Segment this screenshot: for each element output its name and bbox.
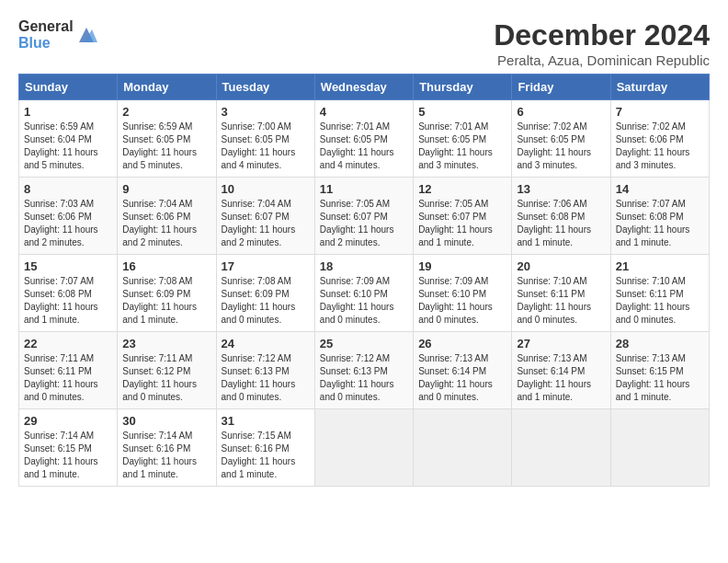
title-section: December 2024 Peralta, Azua, Dominican R… xyxy=(494,18,710,68)
day-info: Sunrise: 7:08 AMSunset: 6:09 PMDaylight:… xyxy=(122,275,210,327)
day-number: 4 xyxy=(320,105,408,119)
calendar-cell xyxy=(512,409,610,487)
calendar-table: Sunday Monday Tuesday Wednesday Thursday… xyxy=(18,74,710,487)
calendar-cell: 7Sunrise: 7:02 AMSunset: 6:06 PMDaylight… xyxy=(610,100,709,178)
day-info: Sunrise: 7:07 AMSunset: 6:08 PMDaylight:… xyxy=(616,198,704,249)
page-container: General Blue December 2024 Peralta, Azua… xyxy=(18,18,710,487)
day-number: 12 xyxy=(418,182,506,196)
day-number: 10 xyxy=(222,182,310,196)
calendar-cell: 4Sunrise: 7:01 AMSunset: 6:05 PMDaylight… xyxy=(314,100,413,178)
day-info: Sunrise: 7:13 AMSunset: 6:14 PMDaylight:… xyxy=(517,352,605,404)
day-info: Sunrise: 7:01 AMSunset: 6:05 PMDaylight:… xyxy=(418,121,506,172)
day-number: 31 xyxy=(222,414,310,428)
day-info: Sunrise: 7:06 AMSunset: 6:08 PMDaylight:… xyxy=(517,198,605,249)
calendar-cell: 23Sunrise: 7:11 AMSunset: 6:12 PMDayligh… xyxy=(118,332,216,409)
calendar-cell: 2Sunrise: 6:59 AMSunset: 6:05 PMDaylight… xyxy=(118,100,216,178)
day-info: Sunrise: 7:13 AMSunset: 6:15 PMDaylight:… xyxy=(616,352,704,404)
calendar-cell: 21Sunrise: 7:10 AMSunset: 6:11 PMDayligh… xyxy=(610,255,709,332)
day-info: Sunrise: 7:11 AMSunset: 6:12 PMDaylight:… xyxy=(122,352,210,404)
calendar-cell: 27Sunrise: 7:13 AMSunset: 6:14 PMDayligh… xyxy=(512,332,610,409)
day-info: Sunrise: 7:11 AMSunset: 6:11 PMDaylight:… xyxy=(24,352,112,404)
day-number: 9 xyxy=(122,182,210,196)
day-info: Sunrise: 7:07 AMSunset: 6:08 PMDaylight:… xyxy=(24,275,112,327)
day-number: 16 xyxy=(122,259,210,273)
header: General Blue December 2024 Peralta, Azua… xyxy=(18,18,710,68)
calendar-cell: 30Sunrise: 7:14 AMSunset: 6:16 PMDayligh… xyxy=(118,409,216,487)
calendar-week-row: 1Sunrise: 6:59 AMSunset: 6:04 PMDaylight… xyxy=(19,100,710,178)
day-info: Sunrise: 7:00 AMSunset: 6:05 PMDaylight:… xyxy=(222,121,310,172)
day-number: 1 xyxy=(24,105,112,119)
day-info: Sunrise: 7:02 AMSunset: 6:05 PMDaylight:… xyxy=(517,121,605,172)
calendar-cell: 29Sunrise: 7:14 AMSunset: 6:15 PMDayligh… xyxy=(19,409,118,487)
day-number: 5 xyxy=(418,105,506,119)
calendar-cell: 13Sunrise: 7:06 AMSunset: 6:08 PMDayligh… xyxy=(512,178,610,255)
calendar-cell: 10Sunrise: 7:04 AMSunset: 6:07 PMDayligh… xyxy=(216,178,314,255)
calendar-cell: 3Sunrise: 7:00 AMSunset: 6:05 PMDaylight… xyxy=(216,100,314,178)
calendar-cell: 15Sunrise: 7:07 AMSunset: 6:08 PMDayligh… xyxy=(19,255,118,332)
calendar-week-row: 29Sunrise: 7:14 AMSunset: 6:15 PMDayligh… xyxy=(19,409,710,487)
day-info: Sunrise: 6:59 AMSunset: 6:04 PMDaylight:… xyxy=(24,121,112,172)
day-info: Sunrise: 7:04 AMSunset: 6:06 PMDaylight:… xyxy=(122,198,210,249)
calendar-cell: 24Sunrise: 7:12 AMSunset: 6:13 PMDayligh… xyxy=(216,332,314,409)
calendar-cell: 28Sunrise: 7:13 AMSunset: 6:15 PMDayligh… xyxy=(610,332,709,409)
day-number: 15 xyxy=(24,259,112,273)
day-info: Sunrise: 7:02 AMSunset: 6:06 PMDaylight:… xyxy=(616,121,704,172)
day-info: Sunrise: 7:12 AMSunset: 6:13 PMDaylight:… xyxy=(222,352,310,404)
calendar-cell xyxy=(610,409,709,487)
day-info: Sunrise: 7:14 AMSunset: 6:15 PMDaylight:… xyxy=(24,430,112,481)
logo-icon xyxy=(75,26,97,44)
weekday-header-row: Sunday Monday Tuesday Wednesday Thursday… xyxy=(19,75,710,100)
logo-blue: Blue xyxy=(18,35,51,51)
day-number: 27 xyxy=(517,337,605,350)
day-info: Sunrise: 6:59 AMSunset: 6:05 PMDaylight:… xyxy=(122,121,210,172)
header-wednesday: Wednesday xyxy=(314,75,413,100)
day-info: Sunrise: 7:13 AMSunset: 6:14 PMDaylight:… xyxy=(418,352,506,404)
day-number: 6 xyxy=(517,105,605,119)
header-thursday: Thursday xyxy=(414,75,512,100)
month-title: December 2024 xyxy=(494,18,710,52)
calendar-cell: 22Sunrise: 7:11 AMSunset: 6:11 PMDayligh… xyxy=(19,332,118,409)
calendar-cell: 9Sunrise: 7:04 AMSunset: 6:06 PMDaylight… xyxy=(118,178,216,255)
day-number: 14 xyxy=(616,182,704,196)
logo-text: General Blue xyxy=(18,18,74,52)
header-saturday: Saturday xyxy=(610,75,709,100)
day-number: 8 xyxy=(24,182,112,196)
day-number: 30 xyxy=(122,414,210,428)
day-info: Sunrise: 7:14 AMSunset: 6:16 PMDaylight:… xyxy=(122,430,210,481)
calendar-cell: 5Sunrise: 7:01 AMSunset: 6:05 PMDaylight… xyxy=(414,100,512,178)
logo: General Blue xyxy=(18,18,97,52)
calendar-cell: 19Sunrise: 7:09 AMSunset: 6:10 PMDayligh… xyxy=(414,255,512,332)
day-info: Sunrise: 7:15 AMSunset: 6:16 PMDaylight:… xyxy=(222,430,310,481)
day-info: Sunrise: 7:04 AMSunset: 6:07 PMDaylight:… xyxy=(222,198,310,249)
header-friday: Friday xyxy=(512,75,610,100)
calendar-cell: 17Sunrise: 7:08 AMSunset: 6:09 PMDayligh… xyxy=(216,255,314,332)
calendar-cell: 6Sunrise: 7:02 AMSunset: 6:05 PMDaylight… xyxy=(512,100,610,178)
day-number: 24 xyxy=(222,337,310,350)
calendar-cell: 12Sunrise: 7:05 AMSunset: 6:07 PMDayligh… xyxy=(414,178,512,255)
header-monday: Monday xyxy=(118,75,216,100)
calendar-cell: 8Sunrise: 7:03 AMSunset: 6:06 PMDaylight… xyxy=(19,178,118,255)
day-number: 22 xyxy=(24,337,112,350)
calendar-week-row: 22Sunrise: 7:11 AMSunset: 6:11 PMDayligh… xyxy=(19,332,710,409)
calendar-cell: 1Sunrise: 6:59 AMSunset: 6:04 PMDaylight… xyxy=(19,100,118,178)
day-number: 29 xyxy=(24,414,112,428)
calendar-cell: 31Sunrise: 7:15 AMSunset: 6:16 PMDayligh… xyxy=(216,409,314,487)
header-tuesday: Tuesday xyxy=(216,75,314,100)
logo-general: General xyxy=(18,18,74,34)
day-info: Sunrise: 7:09 AMSunset: 6:10 PMDaylight:… xyxy=(418,275,506,327)
day-info: Sunrise: 7:12 AMSunset: 6:13 PMDaylight:… xyxy=(320,352,408,404)
day-number: 18 xyxy=(320,259,408,273)
location-title: Peralta, Azua, Dominican Republic xyxy=(494,52,710,68)
day-number: 21 xyxy=(616,259,704,273)
calendar-cell: 14Sunrise: 7:07 AMSunset: 6:08 PMDayligh… xyxy=(610,178,709,255)
day-number: 20 xyxy=(517,259,605,273)
day-number: 7 xyxy=(616,105,704,119)
calendar-week-row: 15Sunrise: 7:07 AMSunset: 6:08 PMDayligh… xyxy=(19,255,710,332)
calendar-cell xyxy=(314,409,413,487)
day-info: Sunrise: 7:03 AMSunset: 6:06 PMDaylight:… xyxy=(24,198,112,249)
day-number: 26 xyxy=(418,337,506,350)
calendar-cell: 11Sunrise: 7:05 AMSunset: 6:07 PMDayligh… xyxy=(314,178,413,255)
day-number: 28 xyxy=(616,337,704,350)
calendar-cell: 25Sunrise: 7:12 AMSunset: 6:13 PMDayligh… xyxy=(314,332,413,409)
day-info: Sunrise: 7:05 AMSunset: 6:07 PMDaylight:… xyxy=(320,198,408,249)
